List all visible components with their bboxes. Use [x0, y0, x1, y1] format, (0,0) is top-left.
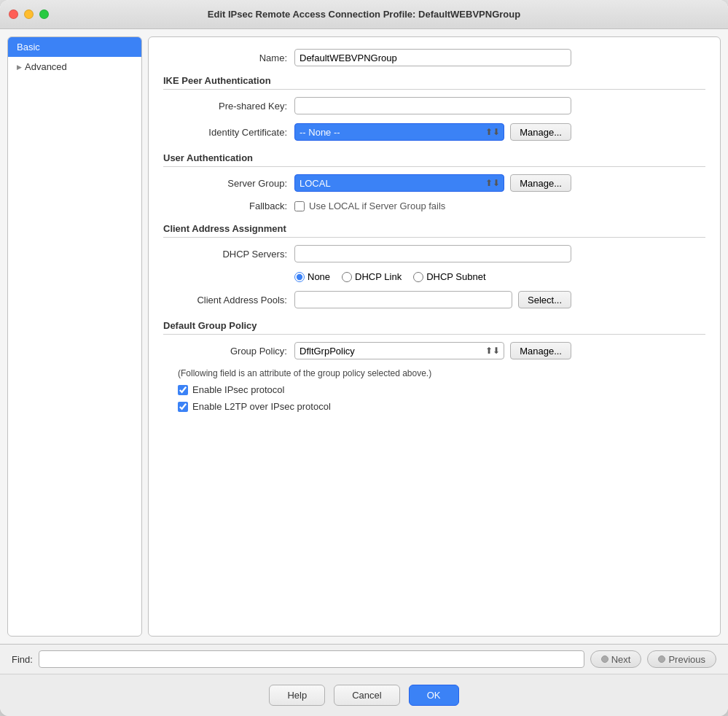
- fallback-text: Use LOCAL if Server Group fails: [309, 201, 445, 211]
- main-window: Edit IPsec Remote Access Connection Prof…: [0, 0, 728, 716]
- identity-cert-select[interactable]: -- None --: [294, 123, 504, 141]
- next-button[interactable]: Next: [590, 650, 642, 668]
- preshared-input[interactable]: [294, 97, 571, 114]
- user-auth-section: User Authentication Server Group: LOCAL …: [163, 152, 705, 211]
- group-policy-row: Group Policy: DfltGrpPolicy ⬆⬇ Manage...: [163, 342, 705, 359]
- radio-dhcp-subnet-text: DHCP Subnet: [426, 271, 485, 282]
- server-group-select-wrapper: LOCAL ⬆⬇: [294, 174, 504, 192]
- sidebar: Basic ▶ Advanced: [7, 36, 142, 637]
- fallback-label: Fallback:: [163, 201, 294, 211]
- chevron-right-icon: ▶: [17, 63, 22, 71]
- identity-cert-field-wrapper: -- None -- ⬆⬇ Manage...: [294, 123, 571, 141]
- client-pools-input[interactable]: [294, 291, 512, 308]
- group-policy-field-wrapper: DfltGrpPolicy ⬆⬇ Manage...: [294, 342, 571, 359]
- window-title: Edit IPsec Remote Access Connection Prof…: [208, 9, 520, 20]
- next-label: Next: [611, 654, 631, 665]
- previous-label: Previous: [668, 654, 705, 665]
- client-pools-label: Client Address Pools:: [163, 295, 294, 306]
- identity-cert-manage-button[interactable]: Manage...: [510, 123, 571, 141]
- find-bar: Find: Next Previous: [0, 644, 728, 674]
- titlebar: Edit IPsec Remote Access Connection Prof…: [0, 0, 728, 29]
- identity-cert-with-manage: -- None -- ⬆⬇ Manage...: [294, 123, 571, 141]
- footer: Help Cancel OK: [0, 674, 728, 716]
- default-group-section: Default Group Policy Group Policy: DfltG…: [163, 320, 705, 412]
- user-auth-section-header: User Authentication: [163, 152, 705, 167]
- client-pools-with-select: Select...: [294, 291, 571, 308]
- name-row: Name:: [163, 49, 705, 66]
- radio-none-label[interactable]: None: [294, 271, 330, 282]
- next-dot-icon: [601, 655, 608, 663]
- dhcp-servers-label: DHCP Servers:: [163, 249, 294, 260]
- traffic-lights: [9, 9, 49, 19]
- radio-dhcp-link-text: DHCP Link: [355, 271, 402, 282]
- fallback-checkbox-row: Use LOCAL if Server Group fails: [294, 201, 445, 211]
- server-group-row: Server Group: LOCAL ⬆⬇ Manage...: [163, 174, 705, 192]
- radio-none-input[interactable]: [294, 272, 305, 282]
- radio-dhcp-subnet-input[interactable]: [413, 272, 423, 282]
- enable-ipsec-checkbox[interactable]: [178, 385, 188, 395]
- client-addr-section-header: Client Address Assignment: [163, 223, 705, 238]
- maximize-button[interactable]: [39, 9, 49, 19]
- enable-l2tp-label: Enable L2TP over IPsec protocol: [192, 401, 331, 412]
- sidebar-item-advanced[interactable]: ▶ Advanced: [8, 57, 141, 77]
- server-group-with-manage: LOCAL ⬆⬇ Manage...: [294, 174, 571, 192]
- close-button[interactable]: [9, 9, 18, 19]
- server-group-manage-button[interactable]: Manage...: [510, 174, 571, 192]
- form-panel: Name: IKE Peer Authentication Pre-shared…: [148, 36, 721, 637]
- previous-button[interactable]: Previous: [647, 650, 716, 668]
- server-group-field-wrapper: LOCAL ⬆⬇ Manage...: [294, 174, 571, 192]
- find-input[interactable]: [39, 650, 584, 668]
- dhcp-servers-field-wrapper: [294, 245, 571, 262]
- help-button[interactable]: Help: [269, 685, 325, 706]
- preshared-field-wrapper: [294, 97, 571, 114]
- group-policy-note: (Following field is an attribute of the …: [178, 368, 705, 378]
- identity-cert-label: Identity Certificate:: [163, 127, 294, 138]
- client-addr-section: Client Address Assignment DHCP Servers: …: [163, 223, 705, 308]
- ok-button[interactable]: OK: [409, 685, 459, 706]
- dhcp-servers-input[interactable]: [294, 245, 571, 262]
- client-pools-row: Client Address Pools: Select...: [163, 291, 705, 308]
- name-input[interactable]: [294, 49, 571, 66]
- enable-l2tp-row: Enable L2TP over IPsec protocol: [178, 401, 705, 412]
- group-policy-select-wrapper: DfltGrpPolicy ⬆⬇: [294, 342, 504, 359]
- main-content: Basic ▶ Advanced Name: IKE Peer Authenti…: [0, 29, 728, 644]
- dhcp-radio-row: None DHCP Link DHCP Subnet: [294, 271, 705, 282]
- server-group-label: Server Group:: [163, 178, 294, 189]
- ike-section: IKE Peer Authentication Pre-shared Key: …: [163, 75, 705, 141]
- fallback-row: Fallback: Use LOCAL if Server Group fail…: [163, 201, 705, 211]
- identity-cert-row: Identity Certificate: -- None -- ⬆⬇ Mana…: [163, 123, 705, 141]
- server-group-select[interactable]: LOCAL: [294, 174, 504, 192]
- radio-dhcp-link-input[interactable]: [342, 272, 352, 282]
- find-label: Find:: [12, 654, 33, 665]
- client-pools-select-button[interactable]: Select...: [518, 291, 571, 308]
- dhcp-radio-group: None DHCP Link DHCP Subnet: [294, 271, 486, 282]
- sidebar-item-basic-label: Basic: [17, 42, 40, 52]
- sidebar-item-basic[interactable]: Basic: [8, 37, 141, 57]
- radio-dhcp-subnet-label[interactable]: DHCP Subnet: [413, 271, 485, 282]
- enable-l2tp-checkbox[interactable]: [178, 402, 188, 412]
- prev-dot-icon: [658, 655, 665, 663]
- preshared-row: Pre-shared Key:: [163, 97, 705, 114]
- cancel-button[interactable]: Cancel: [334, 685, 399, 706]
- preshared-label: Pre-shared Key:: [163, 101, 294, 112]
- sidebar-item-advanced-label: Advanced: [25, 61, 67, 72]
- client-pools-field-wrapper: Select...: [294, 291, 571, 308]
- ike-section-header: IKE Peer Authentication: [163, 75, 705, 90]
- radio-dhcp-link-label[interactable]: DHCP Link: [342, 271, 402, 282]
- group-policy-manage-button[interactable]: Manage...: [510, 342, 571, 359]
- name-label: Name:: [163, 52, 294, 63]
- identity-cert-select-wrapper: -- None -- ⬆⬇: [294, 123, 504, 141]
- enable-ipsec-label: Enable IPsec protocol: [192, 384, 284, 395]
- minimize-button[interactable]: [24, 9, 34, 19]
- default-group-section-header: Default Group Policy: [163, 320, 705, 335]
- group-policy-label: Group Policy:: [163, 346, 294, 357]
- group-policy-select[interactable]: DfltGrpPolicy: [294, 342, 504, 359]
- fallback-checkbox[interactable]: [294, 201, 305, 211]
- enable-ipsec-row: Enable IPsec protocol: [178, 384, 705, 395]
- group-policy-with-manage: DfltGrpPolicy ⬆⬇ Manage...: [294, 342, 571, 359]
- radio-none-text: None: [308, 271, 330, 282]
- name-field-wrapper: [294, 49, 571, 66]
- dhcp-servers-row: DHCP Servers:: [163, 245, 705, 262]
